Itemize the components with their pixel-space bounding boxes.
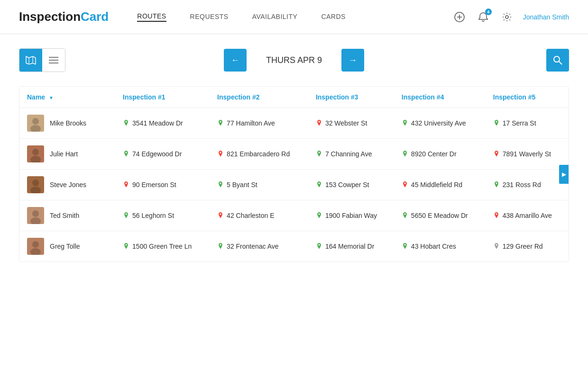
avatar — [27, 145, 44, 162]
user-name[interactable]: Jonathan Smith — [523, 13, 569, 21]
address-text: 153 Cowper St — [325, 181, 369, 189]
person-cell: Mike Brooks — [19, 108, 115, 139]
address-text: 77 Hamilton Ave — [227, 119, 275, 127]
scroll-right-button[interactable]: ▶ — [559, 165, 569, 184]
location-pin-icon — [123, 243, 129, 250]
location-pin-icon — [493, 181, 500, 188]
col-name[interactable]: Name ▼ — [19, 87, 115, 108]
inspection-2-cell[interactable]: 42 Charleston E — [210, 200, 308, 231]
inspection-1-cell[interactable]: 90 Emerson St — [115, 170, 210, 200]
map-view-button[interactable] — [19, 49, 42, 72]
svg-point-39 — [220, 213, 221, 215]
location-pin-icon — [402, 151, 408, 157]
address-text: 129 Greer Rd — [503, 243, 543, 250]
inspection-5-cell[interactable]: 7891 Waverly St — [486, 139, 569, 170]
location-pin-icon — [217, 120, 224, 126]
list-view-button[interactable] — [42, 49, 65, 72]
svg-point-14 — [126, 121, 127, 122]
svg-point-25 — [404, 152, 405, 153]
nav-routes[interactable]: ROUTES — [137, 12, 166, 22]
inspection-5-cell[interactable]: 438 Amarillo Ave — [486, 200, 569, 231]
person-name: Mike Brooks — [50, 119, 86, 127]
svg-point-48 — [318, 244, 320, 245]
address-text: 1500 Green Tree Ln — [132, 243, 192, 250]
location-pin-icon — [316, 212, 322, 219]
svg-point-42 — [496, 213, 497, 215]
location-pin-icon — [123, 181, 129, 188]
inspection-4-cell[interactable]: 8920 Center Dr — [394, 139, 486, 170]
address-text: 438 Amarillo Ave — [503, 212, 552, 219]
svg-point-23 — [220, 152, 221, 153]
current-date: THURS APR 9 — [247, 55, 341, 65]
address-text: 56 Leghorn St — [132, 212, 174, 219]
inspection-3-cell[interactable]: 7 Channing Ave — [308, 139, 394, 170]
svg-point-18 — [496, 121, 497, 122]
inspection-3-cell[interactable]: 32 Webster St — [308, 108, 394, 139]
inspection-3-cell[interactable]: 153 Cowper St — [308, 170, 394, 200]
notifications-button[interactable]: 4 — [476, 9, 491, 25]
nav-availability[interactable]: AVAILABILITY — [252, 13, 298, 21]
location-pin-icon — [316, 181, 322, 188]
location-pin-icon — [217, 243, 224, 250]
svg-point-41 — [404, 213, 405, 215]
location-pin-icon — [123, 212, 129, 219]
inspection-5-cell[interactable]: 17 Serra St — [486, 108, 569, 139]
inspection-1-cell[interactable]: 3541 Meadow Dr — [115, 108, 210, 139]
address-text: 32 Webster St — [325, 119, 367, 127]
location-pin-icon — [493, 243, 500, 250]
prev-date-button[interactable]: ← — [224, 49, 247, 72]
settings-button[interactable] — [499, 9, 514, 25]
svg-line-10 — [559, 62, 562, 64]
svg-point-15 — [220, 121, 221, 122]
next-date-button[interactable]: → — [341, 49, 364, 72]
nav-requests[interactable]: REQUESTS — [190, 13, 229, 21]
col-inspection-1: Inspection #1 — [115, 87, 210, 108]
inspection-4-cell[interactable]: 432 University Ave — [394, 108, 486, 139]
location-pin-icon — [217, 151, 224, 157]
location-pin-icon — [316, 243, 322, 250]
inspection-1-cell[interactable]: 74 Edgewood Dr — [115, 139, 210, 170]
inspection-4-cell[interactable]: 43 Hobart Cres — [394, 231, 486, 262]
avatar — [27, 115, 44, 132]
svg-point-46 — [126, 244, 127, 245]
inspection-2-cell[interactable]: 32 Frontenac Ave — [210, 231, 308, 262]
inspection-3-cell[interactable]: 164 Memorial Dr — [308, 231, 394, 262]
table-row: Ted Smith 56 Leghorn St 42 Charleston E — [19, 200, 569, 231]
address-text: 8920 Center Dr — [411, 150, 457, 158]
inspection-4-cell[interactable]: 45 Middlefield Rd — [394, 170, 486, 200]
svg-point-28 — [32, 180, 39, 186]
inspection-4-cell[interactable]: 5650 E Meadow Dr — [394, 200, 486, 231]
table-row: Mike Brooks 3541 Meadow Dr 77 Hamilton A… — [19, 108, 569, 139]
svg-point-26 — [496, 152, 497, 153]
svg-point-38 — [126, 213, 127, 215]
search-button[interactable] — [546, 49, 569, 72]
inspection-5-cell[interactable]: 231 Ross Rd — [486, 170, 569, 200]
svg-point-30 — [126, 182, 127, 184]
add-button[interactable] — [452, 9, 467, 25]
address-text: 5 Byant St — [227, 181, 257, 189]
inspection-5-cell[interactable]: 129 Greer Rd — [486, 231, 569, 262]
location-pin-icon — [123, 151, 129, 157]
address-text: 1900 Fabian Way — [325, 212, 377, 219]
inspection-2-cell[interactable]: 821 Embarcadero Rd — [210, 139, 308, 170]
person-name: Greg Tolle — [50, 243, 80, 250]
inspection-1-cell[interactable]: 1500 Green Tree Ln — [115, 231, 210, 262]
inspection-2-cell[interactable]: 5 Byant St — [210, 170, 308, 200]
toolbar: ← THURS APR 9 → — [19, 48, 569, 72]
col-inspection-4: Inspection #4 — [394, 87, 486, 108]
person-cell: Steve Jones — [19, 170, 115, 200]
inspection-2-cell[interactable]: 77 Hamilton Ave — [210, 108, 308, 139]
svg-point-33 — [404, 182, 405, 184]
table-row: Greg Tolle 1500 Green Tree Ln 32 Fronten… — [19, 231, 569, 262]
logo-text-inspection: Inspection — [19, 9, 81, 24]
inspection-3-cell[interactable]: 1900 Fabian Way — [308, 200, 394, 231]
avatar — [27, 238, 44, 255]
address-text: 43 Hobart Cres — [411, 243, 456, 250]
nav-cards[interactable]: CARDS — [321, 13, 346, 21]
person-cell: Greg Tolle — [19, 231, 115, 262]
location-pin-icon — [217, 181, 224, 188]
location-pin-icon — [493, 120, 500, 126]
inspection-1-cell[interactable]: 56 Leghorn St — [115, 200, 210, 231]
address-text: 821 Embarcadero Rd — [227, 150, 290, 158]
header-right: 4 Jonathan Smith — [452, 9, 569, 25]
